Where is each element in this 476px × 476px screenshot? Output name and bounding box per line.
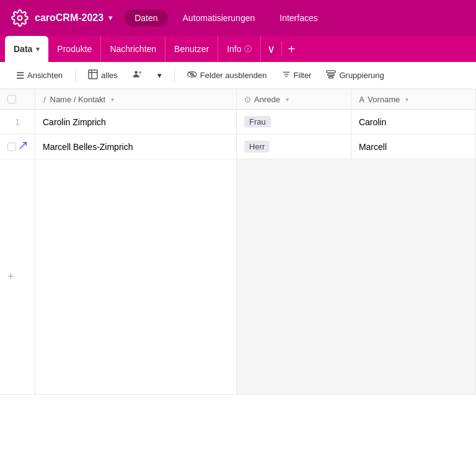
row-2-anrede-badge: Herr bbox=[244, 141, 270, 152]
add-row-empty-1 bbox=[35, 159, 237, 395]
col-vorname-label: Vorname bbox=[368, 95, 400, 104]
table-row: Marcell Belles-Zimprich Herr Marcell bbox=[0, 134, 476, 159]
svg-point-0 bbox=[18, 16, 22, 20]
tab-info[interactable]: Info ⓘ bbox=[218, 36, 260, 62]
info-circle-icon: ⓘ bbox=[244, 44, 252, 55]
gruppierung-label: Gruppierung bbox=[339, 71, 384, 80]
top-nav: caroCRM-2023 ▾ Daten Automatisierungen I… bbox=[0, 0, 476, 36]
filter-label: Filter bbox=[294, 71, 312, 80]
tab-produkte[interactable]: Produkte bbox=[48, 36, 101, 62]
row-1-num: 1 bbox=[0, 110, 35, 134]
svg-rect-1 bbox=[89, 70, 97, 79]
brand: caroCRM-2023 ▾ bbox=[10, 8, 112, 28]
chevron-views-icon: ▾ bbox=[157, 71, 162, 80]
row-1-name: Carolin Zimprich bbox=[43, 117, 106, 127]
formula-icon: ƒ bbox=[43, 94, 47, 104]
add-row-empty-2 bbox=[237, 159, 476, 395]
toolbar-divider-1 bbox=[75, 69, 76, 82]
row-2-anrede-cell[interactable]: Herr bbox=[237, 134, 351, 159]
toolbar: ☰ Ansichten alles bbox=[0, 62, 476, 89]
col-anrede-chevron-icon: ▾ bbox=[286, 96, 289, 103]
tab-benutzer-label: Benutzer bbox=[174, 44, 209, 54]
felder-ausblenden-button[interactable]: Felder ausblenden bbox=[181, 67, 273, 84]
group-icon bbox=[326, 70, 336, 81]
brand-chevron-icon: ▾ bbox=[108, 14, 112, 22]
hamburger-icon: ☰ bbox=[16, 70, 24, 81]
toolbar-divider-2 bbox=[174, 69, 175, 82]
gear-icon bbox=[10, 8, 30, 28]
row-1-number: 1 bbox=[15, 118, 20, 126]
tab-produkte-label: Produkte bbox=[57, 44, 92, 54]
table-view-button[interactable]: alles bbox=[82, 66, 124, 84]
tab-add-button[interactable]: + bbox=[282, 36, 302, 62]
chevron-views-button[interactable]: ▾ bbox=[151, 68, 168, 83]
nav-interfaces-button[interactable]: Interfaces bbox=[270, 9, 327, 27]
plus-icon: + bbox=[288, 42, 296, 56]
col-anrede-label: Anrede bbox=[254, 95, 280, 104]
tab-nachrichten-label: Nachrichten bbox=[110, 44, 156, 54]
row-1-anrede-badge: Frau bbox=[244, 116, 271, 128]
row-1-vorname: Carolin bbox=[359, 117, 386, 127]
row-2-checkbox-cell[interactable] bbox=[0, 134, 35, 159]
table-icon bbox=[88, 69, 98, 81]
tab-data-chevron-icon: ▾ bbox=[36, 45, 40, 53]
app-name: caroCRM-2023 bbox=[35, 12, 104, 24]
row-2-checkbox[interactable] bbox=[7, 143, 16, 151]
col-vorname[interactable]: A Vorname ▾ bbox=[351, 89, 475, 110]
gruppierung-button[interactable]: Gruppierung bbox=[320, 67, 390, 84]
col-name-kontakt-label: Name / Kontakt bbox=[50, 95, 106, 104]
table-container: ƒ Name / Kontakt ▾ ⊙ Anrede ▾ bbox=[0, 89, 476, 476]
tab-data[interactable]: Data ▾ bbox=[5, 36, 48, 62]
row-2-name: Marcell Belles-Zimprich bbox=[43, 142, 133, 152]
svg-point-5 bbox=[139, 71, 141, 74]
data-table: ƒ Name / Kontakt ▾ ⊙ Anrede ▾ bbox=[0, 89, 476, 395]
filter-icon bbox=[282, 70, 291, 81]
col-name-chevron-icon: ▾ bbox=[111, 96, 114, 103]
select-all-header[interactable] bbox=[0, 89, 35, 110]
tab-info-label: Info bbox=[227, 44, 241, 54]
add-row-plus-icon[interactable]: + bbox=[7, 270, 14, 283]
chevron-more-icon: ∨ bbox=[267, 42, 275, 56]
row-1-vorname-cell[interactable]: Carolin bbox=[351, 110, 475, 134]
svg-point-4 bbox=[134, 71, 138, 74]
alles-label: alles bbox=[101, 71, 118, 80]
ansichten-label: Ansichten bbox=[27, 71, 63, 80]
row-2-vorname: Marcell bbox=[359, 142, 387, 152]
svg-rect-13 bbox=[328, 74, 335, 76]
add-row-cell[interactable]: + bbox=[0, 159, 35, 395]
table-row: 1 Carolin Zimprich Frau bbox=[0, 110, 476, 134]
tab-data-label: Data bbox=[14, 44, 32, 54]
filter-button[interactable]: Filter bbox=[276, 67, 318, 84]
row-2-name-cell[interactable]: Marcell Belles-Zimprich bbox=[35, 134, 237, 159]
expand-icon[interactable] bbox=[19, 141, 27, 152]
row-1-name-cell[interactable]: Carolin Zimprich bbox=[35, 110, 237, 134]
table-header-row: ƒ Name / Kontakt ▾ ⊙ Anrede ▾ bbox=[0, 89, 476, 110]
col-anrede[interactable]: ⊙ Anrede ▾ bbox=[237, 89, 351, 110]
svg-rect-12 bbox=[327, 71, 335, 73]
select-all-checkbox[interactable] bbox=[7, 95, 16, 104]
nav-daten-button[interactable]: Daten bbox=[125, 9, 167, 27]
col-name-kontakt[interactable]: ƒ Name / Kontakt ▾ bbox=[35, 89, 237, 110]
row-2-vorname-cell[interactable]: Marcell bbox=[351, 134, 475, 159]
nav-automatisierungen-button[interactable]: Automatisierungen bbox=[173, 9, 265, 27]
eye-off-icon bbox=[187, 70, 197, 81]
option-icon: ⊙ bbox=[244, 95, 251, 104]
felder-ausblenden-label: Felder ausblenden bbox=[200, 71, 267, 80]
tab-nachrichten[interactable]: Nachrichten bbox=[101, 36, 165, 62]
text-icon: A bbox=[359, 95, 364, 104]
main-content: ☰ Ansichten alles bbox=[0, 62, 476, 476]
people-icon bbox=[133, 70, 143, 81]
tab-benutzer[interactable]: Benutzer bbox=[165, 36, 218, 62]
tab-bar: Data ▾ Produkte Nachrichten Benutzer Inf… bbox=[0, 36, 476, 62]
row-1-anrede-cell[interactable]: Frau bbox=[237, 110, 351, 134]
add-row[interactable]: + bbox=[0, 159, 476, 395]
svg-rect-14 bbox=[329, 77, 333, 79]
col-vorname-chevron-icon: ▾ bbox=[405, 96, 408, 103]
ansichten-button[interactable]: ☰ Ansichten bbox=[10, 67, 69, 84]
people-filter-button[interactable] bbox=[126, 67, 149, 84]
tab-more-button[interactable]: ∨ bbox=[261, 36, 281, 62]
